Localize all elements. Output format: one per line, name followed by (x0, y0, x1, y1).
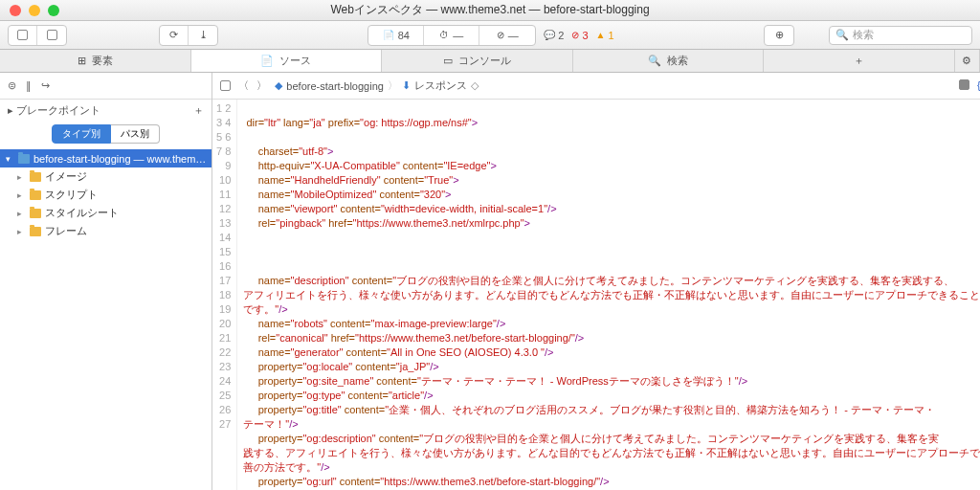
toolbar-search[interactable]: 🔍 検索 (829, 26, 972, 45)
pretty-print-icon[interactable] (959, 79, 969, 90)
seg-by-path[interactable]: パス別 (111, 124, 160, 144)
pause-icon[interactable]: ‖ (26, 79, 32, 92)
seg-by-type[interactable]: タイプ別 (52, 124, 111, 144)
errors-badge[interactable]: ⊘ 3 (571, 30, 588, 41)
breadcrumb-bar: 〈 〉 ◆ before-start-blogging 〉 ⬇ レスポンス ◇ … (212, 73, 980, 100)
sidebar-toolbar: ⊜ ‖ ↪ (0, 73, 212, 100)
tab-elements[interactable]: ⊞ 要素 (0, 50, 191, 72)
tree-folder-frames[interactable]: ▸フレーム (0, 222, 212, 240)
panel-tabs: ⊞ 要素 📄 ソース ▭ コンソール 🔍 検索 ＋ ⚙ (0, 50, 980, 73)
download-button[interactable]: ⤓ (189, 26, 217, 45)
breadcrumb[interactable]: ◆ before-start-blogging 〉 ⬇ レスポンス ◇ (275, 78, 479, 93)
tree-folder-scripts[interactable]: ▸スクリプト (0, 186, 212, 204)
window-title: Webインスペクタ — www.theme3.net — before-star… (0, 2, 980, 18)
line-gutter: 1 2 3 4 5 6 7 8 9 10 11 12 13 14 15 16 1… (212, 100, 237, 490)
resource-tree: ▾before-start-blogging — www.them… ▸イメージ… (0, 147, 212, 242)
titlebar: Webインスペクタ — www.theme3.net — before-star… (0, 0, 980, 21)
inspect-element-button[interactable]: ⊕ (765, 26, 793, 45)
file-count[interactable]: 📄 84 (368, 26, 424, 45)
load-metric[interactable]: ⊘ — (479, 26, 535, 45)
tab-console[interactable]: ▭ コンソール (382, 50, 573, 72)
tree-page-item[interactable]: ▾before-start-blogging — www.them… (0, 149, 212, 167)
time-metric[interactable]: ⏱ — (424, 26, 479, 45)
nav-back-button[interactable]: 〈 (238, 78, 249, 93)
tab-sources[interactable]: 📄 ソース (191, 50, 383, 72)
source-editor[interactable]: 1 2 3 4 5 6 7 8 9 10 11 12 13 14 15 16 1… (212, 100, 980, 490)
nav-forward-button[interactable]: 〉 (256, 78, 267, 93)
warnings-badge[interactable]: ▲ 1 (596, 30, 614, 41)
breakpoints-header[interactable]: ▸ ブレークポイント ＋ (0, 100, 212, 121)
reload-button[interactable]: ⟳ (160, 26, 189, 45)
step-icon[interactable]: ↪ (41, 79, 50, 92)
sidebar: ⊜ ‖ ↪ ▸ ブレークポイント ＋ タイプ別 パス別 ▾before-star… (0, 73, 212, 490)
messages-badge[interactable]: 💬 2 (544, 30, 564, 41)
tab-add[interactable]: ＋ (764, 50, 955, 72)
filter-icon[interactable]: ⊜ (8, 79, 16, 92)
source-text[interactable]: dir="ltr" lang="ja" prefix="og: https://… (237, 100, 980, 490)
settings-button[interactable]: ⚙ (955, 50, 980, 72)
tree-folder-images[interactable]: ▸イメージ (0, 167, 212, 186)
content-pane: 〈 〉 ◆ before-start-blogging 〉 ⬇ レスポンス ◇ … (212, 73, 980, 490)
toolbar: ⟳ ⤓ 📄 84 ⏱ — ⊘ — 💬 2 ⊘ 3 ▲ 1 ⊕ 🔍 検索 (0, 21, 980, 50)
tab-search[interactable]: 🔍 検索 (573, 50, 765, 72)
tree-folder-stylesheets[interactable]: ▸スタイルシート (0, 204, 212, 222)
sidebar-segment: タイプ別 パス別 (0, 121, 212, 147)
toggle-right-sidebar-button[interactable] (37, 26, 66, 45)
add-breakpoint-icon[interactable]: ＋ (193, 103, 204, 118)
toggle-sidebar-button[interactable] (9, 26, 37, 45)
toggle-navigator-icon[interactable] (220, 80, 231, 91)
